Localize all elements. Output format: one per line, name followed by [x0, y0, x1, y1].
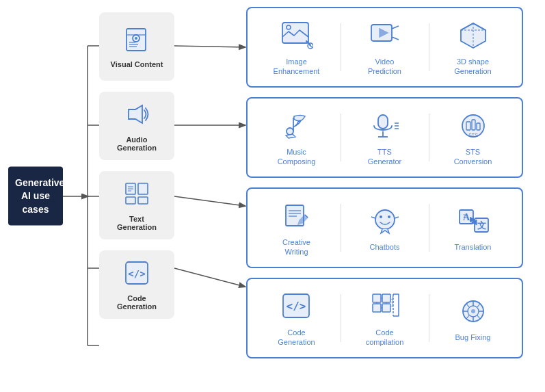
sts-conversion-label: STSConversion	[454, 147, 492, 167]
output-creative-writing: CreativeWriting	[259, 199, 334, 257]
music-composing-label: MusicComposing	[278, 147, 316, 167]
category-visual-label: Visual Content	[111, 60, 163, 68]
svg-rect-20	[138, 183, 148, 194]
output-3d-shape: 3D shapeGeneration	[436, 18, 511, 77]
output-row-code: </> CodeGeneration { }	[246, 278, 523, 358]
chatbots-icon	[369, 204, 401, 238]
svg-marker-18	[129, 105, 142, 123]
categories-column: Visual Content AudioGeneration	[99, 12, 174, 319]
divider1	[341, 23, 341, 71]
image-enhancement-icon	[280, 18, 313, 53]
category-audio-label: AudioGeneration	[117, 135, 157, 152]
chatbots-label: Chatbots	[369, 242, 399, 252]
creative-writing-icon	[280, 199, 313, 233]
3d-shape-icon	[457, 18, 490, 53]
category-text: TextGeneration	[99, 171, 174, 239]
svg-point-13	[135, 37, 137, 40]
svg-line-10	[174, 268, 245, 287]
svg-point-95	[471, 309, 475, 313]
svg-text:STS: STS	[468, 133, 478, 138]
3d-shape-label: 3D shapeGeneration	[454, 57, 491, 77]
bug-fixing-icon	[457, 294, 490, 328]
svg-rect-77	[382, 304, 390, 312]
svg-text:}: }	[390, 301, 394, 308]
output-sts-conversion: STS STSConversion	[436, 109, 511, 167]
output-chatbots: Chatbots	[347, 204, 423, 252]
output-music-composing: MusicComposing	[259, 109, 334, 167]
category-code-label: CodeGeneration	[117, 294, 157, 311]
svg-rect-21	[126, 197, 135, 204]
output-row-visual: ImageEnhancement VideoPrediction	[246, 7, 523, 88]
translation-icon: A 1 文	[457, 204, 490, 238]
svg-point-62	[388, 215, 390, 218]
svg-text:文: 文	[477, 220, 486, 231]
svg-rect-75	[382, 294, 390, 302]
code-generation-label: CodeGeneration	[278, 328, 315, 348]
creative-writing-label: CreativeWriting	[282, 237, 310, 257]
svg-line-36	[392, 37, 399, 40]
output-video-prediction: VideoPrediction	[347, 18, 423, 77]
output-code-compilation: { } Codecompilation	[347, 289, 423, 348]
code-compilation-label: Codecompilation	[366, 328, 404, 348]
main-title-line1: Generative	[15, 177, 64, 187]
video-prediction-icon	[369, 18, 401, 53]
svg-rect-44	[378, 115, 388, 129]
divider5	[341, 204, 341, 252]
svg-rect-76	[373, 304, 381, 312]
output-bug-fixing: Bug Fixing	[436, 294, 511, 342]
tts-generator-label: TTSGenerator	[368, 147, 402, 167]
svg-line-7	[174, 46, 245, 47]
output-translation: A 1 文	[436, 204, 511, 252]
sts-conversion-icon: STS	[457, 109, 490, 143]
visual-icon	[123, 25, 150, 56]
output-row-text: CreativeWriting Chatbots	[246, 187, 523, 268]
divider8	[429, 294, 429, 342]
divider2	[429, 23, 429, 71]
divider7	[341, 294, 341, 342]
divider3	[341, 114, 341, 161]
tts-generator-icon	[369, 109, 401, 143]
svg-rect-22	[138, 197, 148, 204]
code-generation-icon: </>	[280, 289, 313, 324]
svg-text:1: 1	[462, 213, 466, 219]
diagram: Generative AI use cases Visual Content	[0, 0, 545, 392]
svg-line-63	[371, 217, 375, 218]
main-title-line2: AI use cases	[21, 190, 50, 215]
text-icon	[123, 180, 150, 211]
output-code-generation: </> CodeGeneration	[259, 289, 334, 348]
video-prediction-label: VideoPrediction	[368, 57, 401, 77]
music-composing-icon	[280, 109, 313, 143]
svg-text:</>: </>	[286, 300, 306, 313]
audio-icon	[123, 101, 150, 131]
svg-text:</>: </>	[128, 268, 145, 279]
svg-rect-74	[373, 294, 381, 302]
svg-point-60	[375, 210, 395, 229]
main-label-box: Generative AI use cases	[8, 166, 63, 226]
output-image-enhancement: ImageEnhancement	[259, 18, 334, 77]
category-text-label: TextGeneration	[117, 215, 157, 231]
image-enhancement-label: ImageEnhancement	[274, 57, 320, 77]
svg-line-64	[395, 217, 399, 218]
category-visual: Visual Content	[99, 12, 174, 81]
category-audio: AudioGeneration	[99, 92, 174, 160]
output-tts-generator: TTSGenerator	[347, 109, 423, 167]
bug-fixing-label: Bug Fixing	[455, 332, 491, 342]
svg-point-61	[380, 215, 382, 218]
output-row-audio: MusicComposing TTSGenerator	[246, 97, 523, 178]
divider4	[429, 114, 429, 161]
outputs-column: ImageEnhancement VideoPrediction	[246, 7, 523, 358]
svg-line-35	[392, 26, 399, 29]
code-icon: </>	[123, 259, 150, 290]
svg-line-9	[174, 196, 245, 206]
translation-label: Translation	[454, 242, 491, 252]
code-compilation-icon: { }	[369, 289, 401, 324]
category-code: </> CodeGeneration	[99, 250, 174, 319]
divider6	[429, 204, 429, 252]
